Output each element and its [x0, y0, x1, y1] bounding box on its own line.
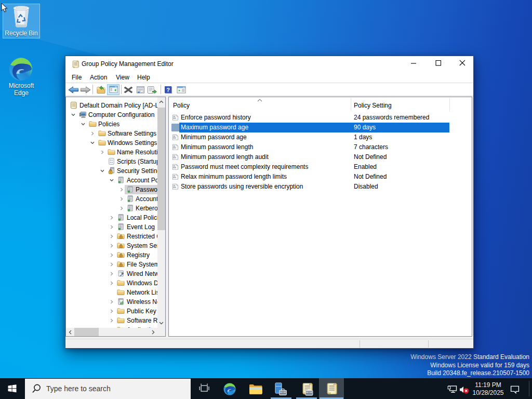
svg-text:?: ?	[166, 87, 170, 93]
